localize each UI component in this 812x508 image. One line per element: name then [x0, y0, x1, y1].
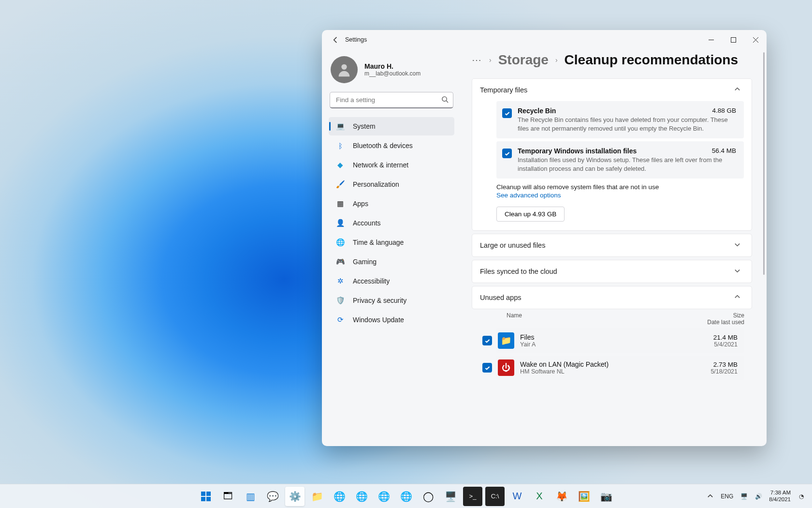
advanced-options-link[interactable]: See advanced options	[496, 192, 744, 199]
clock-time: 7:38 AM	[769, 490, 791, 496]
nav-personalization[interactable]: 🖌️Personalization	[329, 175, 454, 194]
checkbox[interactable]	[482, 336, 492, 345]
avatar	[331, 56, 358, 83]
card-header-large[interactable]: Large or unused files	[472, 234, 752, 256]
profile-block[interactable]: Mauro H. m__lab@outlook.com	[329, 53, 454, 92]
breadcrumb: ⋯ › Storage › Cleanup recommendations	[472, 52, 752, 68]
explorer-taskbar-icon[interactable]: 📁	[307, 487, 327, 506]
svg-rect-0	[731, 37, 736, 42]
cleanup-button[interactable]: Clean up 4.93 GB	[496, 207, 565, 222]
widgets-button[interactable]: ▥	[241, 487, 260, 506]
edge-canary-taskbar-icon[interactable]: 🌐	[396, 487, 416, 506]
scrollbar[interactable]	[763, 52, 765, 275]
clock-date: 8/4/2021	[769, 496, 791, 503]
row-title: Temporary Windows installation files	[518, 147, 637, 155]
edge-taskbar-icon[interactable]: 🌐	[330, 487, 349, 506]
card-title: Unused apps	[480, 294, 521, 301]
personalization-icon: 🖌️	[335, 179, 345, 189]
edge-beta-taskbar-icon[interactable]: 🌐	[352, 487, 371, 506]
app-name: Wake on LAN (Magic Packet)	[520, 360, 705, 368]
window-title: Settings	[345, 36, 367, 43]
nav-label: Time & language	[353, 239, 404, 246]
tray-overflow-icon[interactable]	[706, 493, 714, 500]
card-cloud-synced: Files synced to the cloud	[472, 260, 752, 283]
chrome-taskbar-icon[interactable]: ◯	[419, 487, 438, 506]
photos-taskbar-icon[interactable]: 🖼️	[574, 487, 594, 506]
language-indicator[interactable]: ENG	[721, 493, 733, 500]
edge-dev-taskbar-icon[interactable]: 🌐	[374, 487, 393, 506]
card-title: Files synced to the cloud	[480, 268, 557, 275]
profile-name: Mauro H.	[364, 62, 420, 70]
row-title: Recycle Bin	[518, 107, 556, 115]
unused-app-row[interactable]: 📁 Files Yair A 21.4 MB 5/4/2021	[496, 329, 744, 353]
breadcrumb-overflow[interactable]: ⋯	[472, 54, 482, 66]
nav-label: Privacy & security	[353, 297, 406, 304]
nav-label: Accessibility	[353, 277, 390, 285]
svg-point-1	[341, 64, 347, 70]
card-header-unused[interactable]: Unused apps	[472, 286, 752, 309]
cleanup-row-temp-install[interactable]: Temporary Windows installation files56.4…	[496, 141, 744, 179]
clock[interactable]: 7:38 AM 8/4/2021	[769, 490, 791, 502]
cleanup-row-recycle-bin[interactable]: Recycle Bin4.88 GB The Recycle Bin conta…	[496, 101, 744, 138]
nav-privacy[interactable]: 🛡️Privacy & security	[329, 291, 454, 310]
network-tray-icon[interactable]: 🖥️	[740, 493, 748, 500]
excel-taskbar-icon[interactable]: X	[530, 487, 549, 506]
close-button[interactable]	[744, 30, 767, 49]
remote-taskbar-icon[interactable]: 🖥️	[441, 487, 460, 506]
row-size: 56.4 MB	[712, 147, 736, 155]
app-date: 5/4/2021	[713, 341, 738, 348]
card-header-temporary[interactable]: Temporary files	[472, 79, 752, 101]
chevron-up-icon	[734, 293, 741, 302]
chevron-down-icon	[734, 241, 741, 250]
col-name: Name	[507, 312, 686, 326]
chevron-up-icon	[734, 86, 741, 94]
nav-bluetooth[interactable]: ᛒBluetooth & devices	[329, 136, 454, 155]
settings-taskbar-icon[interactable]: ⚙️	[285, 487, 304, 506]
checkbox[interactable]	[502, 149, 512, 158]
nav-accounts[interactable]: 👤Accounts	[329, 214, 454, 232]
notifications-tray-icon[interactable]: ◔	[798, 493, 805, 500]
back-button[interactable]	[329, 33, 342, 46]
page-title: Cleanup recommendations	[565, 52, 738, 68]
start-button[interactable]	[196, 487, 216, 506]
taskview-button[interactable]: 🗔	[218, 487, 238, 506]
card-header-cloud[interactable]: Files synced to the cloud	[472, 260, 752, 283]
teams-button[interactable]: 💬	[263, 487, 282, 506]
terminal-taskbar-icon[interactable]: >_	[463, 487, 482, 506]
nav-update[interactable]: ⟳Windows Update	[329, 311, 454, 329]
firefox-taskbar-icon[interactable]: 🦊	[552, 487, 571, 506]
nav-accessibility[interactable]: ✲Accessibility	[329, 272, 454, 290]
word-taskbar-icon[interactable]: W	[508, 487, 527, 506]
breadcrumb-storage[interactable]: Storage	[498, 52, 549, 68]
search-input[interactable]	[330, 92, 453, 108]
chevron-right-icon: ›	[555, 56, 558, 64]
nav-gaming[interactable]: 🎮Gaming	[329, 253, 454, 271]
svg-rect-3	[201, 492, 205, 496]
col-size: Size	[686, 312, 744, 319]
app-publisher: Yair A	[520, 341, 708, 348]
taskbar: 🗔 ▥ 💬 ⚙️ 📁 🌐 🌐 🌐 🌐 ◯ 🖥️ >_ C:\ W X 🦊 🖼️ …	[0, 484, 812, 508]
volume-tray-icon[interactable]: 🔊	[754, 493, 762, 500]
cmd-taskbar-icon[interactable]: C:\	[485, 487, 505, 506]
checkbox[interactable]	[502, 108, 512, 118]
system-icon: 💻	[335, 121, 345, 131]
taskbar-tray: ENG 🖥️ 🔊 7:38 AM 8/4/2021 ◔	[706, 490, 812, 502]
taskbar-center: 🗔 ▥ 💬 ⚙️ 📁 🌐 🌐 🌐 🌐 ◯ 🖥️ >_ C:\ W X 🦊 🖼️ …	[196, 487, 616, 506]
nav: 💻System ᛒBluetooth & devices ◆Network & …	[329, 117, 454, 329]
nav-apps[interactable]: ▦Apps	[329, 194, 454, 213]
app-name: Files	[520, 333, 708, 341]
col-date: Date last used	[686, 319, 744, 326]
nav-system[interactable]: 💻System	[329, 117, 454, 135]
unused-app-row[interactable]: ⏻ Wake on LAN (Magic Packet) HM Software…	[496, 356, 744, 380]
maximize-button[interactable]	[722, 30, 744, 49]
nav-network[interactable]: ◆Network & internet	[329, 156, 454, 174]
bluetooth-icon: ᛒ	[335, 141, 345, 150]
titlebar: Settings	[322, 30, 767, 49]
chevron-right-icon: ›	[489, 56, 492, 64]
nav-time[interactable]: 🌐Time & language	[329, 233, 454, 252]
app-size: 21.4 MB	[713, 334, 738, 341]
checkbox[interactable]	[482, 363, 492, 373]
camera-taskbar-icon[interactable]: 📷	[596, 487, 616, 506]
minimize-button[interactable]	[700, 30, 722, 49]
settings-window: Settings Mauro H. m__lab@outlook.com	[322, 30, 767, 446]
